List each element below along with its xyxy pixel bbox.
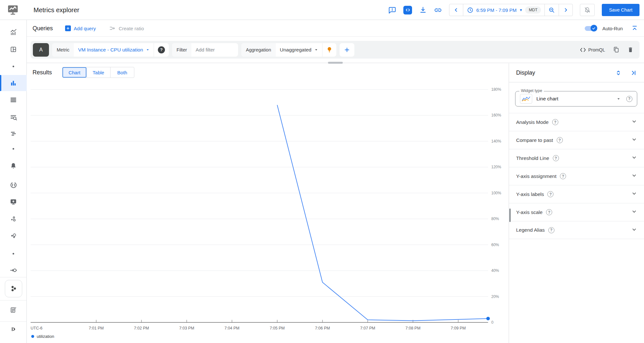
help-icon[interactable]: ?: [560, 173, 566, 179]
sidebar-item-trace[interactable]: [0, 125, 27, 142]
svg-text:7:01 PM: 7:01 PM: [89, 326, 104, 330]
sidebar-item-metrics-overview[interactable]: [0, 24, 27, 40]
sidebar-item-groups[interactable]: [0, 211, 27, 227]
panel-resize-handle[interactable]: [328, 62, 343, 64]
sidebar-item-metrics-explorer[interactable]: [0, 75, 27, 91]
display-section-y-axis-labels[interactable]: Y-axis labels ?: [509, 185, 644, 203]
tab-table[interactable]: Table: [86, 67, 110, 78]
add-icon: [344, 47, 350, 53]
svg-text:7:03 PM: 7:03 PM: [179, 326, 194, 330]
metric-label: Metric: [52, 43, 74, 57]
query-letter-badge: A: [33, 43, 49, 57]
line-chart-icon: [520, 94, 532, 104]
feedback-icon[interactable]: [388, 6, 396, 14]
auto-run-toggle[interactable]: [585, 26, 597, 31]
display-section-y-axis-assignment[interactable]: Y-axis assignment ?: [509, 167, 644, 185]
query-builder-section: A Metric VM Instance - CPU utilization ?…: [27, 37, 644, 63]
lightbulb-icon: [326, 46, 333, 53]
gke-hexagons-icon: [9, 284, 18, 293]
sidebar-item-slo-monitoring[interactable]: [0, 177, 27, 193]
hidden-item-dot: [13, 253, 14, 255]
help-icon[interactable]: ?: [546, 209, 552, 215]
code-toggle-icon[interactable]: [403, 6, 412, 14]
section-label: Analysis Mode: [516, 119, 549, 125]
add-sub-query-button[interactable]: [340, 43, 354, 57]
widget-type-select[interactable]: Widget type Line chart ?: [515, 91, 637, 107]
display-section-compare-to-past[interactable]: Compare to past ?: [509, 131, 644, 149]
caret-down-icon: ▼: [519, 8, 523, 12]
queries-title: Queries: [33, 25, 53, 32]
page-title: Metrics explorer: [34, 6, 79, 14]
chevron-right-icon: [562, 7, 569, 13]
add-box-icon: [65, 25, 71, 31]
caret-down-icon: [146, 48, 149, 51]
metric-value-dropdown[interactable]: VM Instance - CPU utilization: [74, 47, 154, 53]
widget-type-help-icon[interactable]: ?: [626, 96, 632, 102]
download-icon[interactable]: [419, 6, 427, 14]
metrics-explorer-app: Metrics explorer 6:59 PM - 7:09 PM: [0, 0, 644, 343]
chevron-down-icon: [631, 155, 637, 162]
link-icon[interactable]: [434, 6, 442, 14]
sidebar-hidden-item-dot: [0, 246, 27, 262]
sidebar-item-log-explorer[interactable]: [0, 109, 27, 125]
delete-icon[interactable]: [627, 46, 634, 53]
chevron-down-icon: [631, 173, 637, 180]
promql-button[interactable]: PromQL: [580, 47, 605, 52]
sidebar-item-dashboards[interactable]: [0, 41, 27, 57]
sidebar-item-release-notes[interactable]: [0, 302, 27, 318]
sidebar-item-uptime-checks[interactable]: [0, 194, 27, 210]
copy-icon[interactable]: [613, 46, 620, 53]
tab-both[interactable]: Both: [110, 67, 134, 78]
query-row: A Metric VM Instance - CPU utilization ?…: [31, 41, 639, 59]
help-icon[interactable]: ?: [553, 155, 559, 161]
time-zoom-out-button[interactable]: [544, 4, 559, 16]
line-chart[interactable]: 180%160%140%120%100%80%60%40%20%07:01 PM…: [27, 80, 509, 343]
filter-label: Filter: [172, 43, 191, 57]
zoom-out-icon: [548, 7, 555, 14]
pipeline-icon: [10, 266, 17, 274]
help-icon[interactable]: ?: [552, 119, 558, 125]
display-section-analysis-mode[interactable]: Analysis Mode ?: [509, 113, 644, 131]
time-range-control: 6:59 PM - 7:09 PM ▼ MDT: [449, 4, 573, 16]
panel-scrollbar[interactable]: [509, 209, 511, 222]
sidebar-expand-button[interactable]: [0, 321, 27, 337]
display-section-threshold-line[interactable]: Threshold Line ?: [509, 149, 644, 167]
time-back-button[interactable]: [449, 4, 463, 16]
chart-legend[interactable]: utilization: [31, 334, 54, 339]
svg-text:140%: 140%: [491, 139, 501, 144]
chevron-down-icon: [631, 137, 637, 144]
chevron-down-icon: [631, 191, 637, 198]
add-query-button[interactable]: Add query: [65, 25, 96, 31]
collapse-panel-right-icon[interactable]: [630, 70, 637, 76]
section-label: Compare to past: [516, 137, 553, 143]
help-icon[interactable]: ?: [557, 137, 563, 143]
tab-chart[interactable]: Chart: [62, 67, 86, 78]
time-forward-button[interactable]: [559, 4, 572, 16]
alerts-off-button[interactable]: [580, 4, 595, 16]
filter-input[interactable]: [191, 47, 238, 52]
chart-area: 180%160%140%120%100%80%60%40%20%07:01 PM…: [27, 80, 509, 343]
sidebar-item-integrations[interactable]: [0, 227, 27, 244]
hidden-item-dot: [13, 148, 14, 150]
suggestion-button[interactable]: [322, 43, 336, 57]
display-section-y-axis-scale[interactable]: Y-axis scale ?: [509, 203, 644, 221]
metric-help-icon[interactable]: ?: [158, 46, 165, 53]
help-icon[interactable]: ?: [548, 227, 554, 233]
create-ratio-button[interactable]: Create ratio: [109, 25, 144, 32]
sidebar-item-gke-monitoring[interactable]: [0, 279, 27, 298]
sidebar-item-pipelines[interactable]: [0, 262, 27, 278]
unfold-icon[interactable]: [615, 70, 622, 76]
aggregation-value-dropdown[interactable]: Unaggregated: [276, 47, 322, 53]
aggregation-selector: Aggregation Unaggregated: [241, 43, 336, 57]
sidebar-item-logs[interactable]: [0, 92, 27, 108]
save-chart-button[interactable]: Save Chart: [602, 4, 639, 16]
widget-type-value: Line chart: [536, 96, 558, 102]
auto-run-label: Auto-Run: [602, 26, 623, 31]
collapse-all-icon[interactable]: [631, 25, 638, 32]
time-range-value: 6:59 PM - 7:09 PM: [476, 7, 516, 13]
display-section-legend-alias[interactable]: Legend Alias ?: [509, 221, 644, 239]
time-range-selector[interactable]: 6:59 PM - 7:09 PM ▼ MDT: [463, 4, 544, 16]
alerting-bell-icon: [10, 162, 17, 170]
help-icon[interactable]: ?: [547, 191, 553, 197]
sidebar-item-alerting[interactable]: [0, 158, 27, 174]
